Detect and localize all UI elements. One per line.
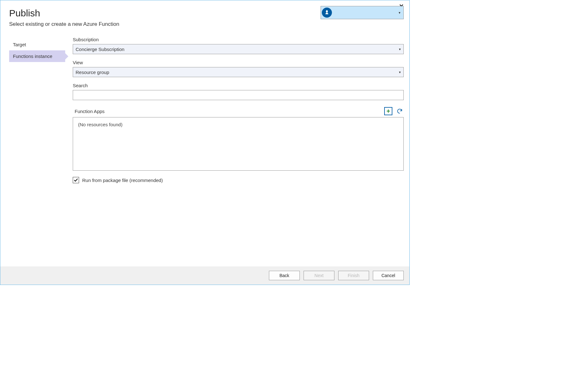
chevron-down-icon: ▾ (399, 47, 401, 51)
nav-item-functions-instance[interactable]: Functions instance (9, 50, 65, 62)
cancel-button[interactable]: Cancel (373, 271, 404, 280)
dialog-subtitle: Select existing or create a new Azure Fu… (9, 21, 401, 27)
search-label: Search (73, 83, 404, 88)
back-button[interactable]: Back (269, 271, 300, 280)
function-apps-label: Function Apps (75, 109, 105, 114)
form-pane: Subscription Concierge Subscription ▾ Vi… (65, 37, 404, 266)
add-function-app-button[interactable]: + (384, 107, 392, 115)
account-picker[interactable]: ▾ (321, 6, 404, 19)
run-from-package-row: Run from package file (recommended) (73, 177, 404, 183)
chevron-down-icon: ▾ (399, 70, 401, 74)
run-from-package-label: Run from package file (recommended) (82, 178, 163, 183)
dialog-header: Publish Select existing or create a new … (0, 0, 409, 27)
nav-item-target[interactable]: Target (9, 39, 65, 50)
account-badge-icon (322, 8, 332, 18)
next-button[interactable]: Next (304, 271, 334, 280)
view-value: Resource group (76, 70, 109, 75)
wizard-nav: Target Functions instance (9, 37, 65, 266)
subscription-value: Concierge Subscription (76, 47, 124, 52)
function-apps-header: Function Apps + (73, 107, 404, 115)
function-apps-empty-text: (No resources found) (78, 122, 122, 127)
view-dropdown[interactable]: Resource group ▾ (73, 67, 404, 77)
refresh-icon (396, 108, 403, 114)
run-from-package-checkbox[interactable] (73, 177, 79, 183)
search-input[interactable] (73, 90, 404, 100)
finish-button[interactable]: Finish (338, 271, 369, 280)
dialog-body: Target Functions instance Subscription C… (0, 27, 409, 266)
subscription-dropdown[interactable]: Concierge Subscription ▾ (73, 44, 404, 54)
function-apps-list[interactable]: (No resources found) (73, 117, 404, 171)
check-icon (74, 178, 78, 182)
refresh-button[interactable] (396, 107, 404, 115)
chevron-down-icon: ▾ (399, 11, 401, 15)
dialog-footer: Back Next Finish Cancel (0, 266, 409, 285)
view-label: View (73, 60, 404, 65)
publish-dialog: ✕ Publish Select existing or create a ne… (0, 0, 410, 285)
subscription-label: Subscription (73, 37, 404, 42)
